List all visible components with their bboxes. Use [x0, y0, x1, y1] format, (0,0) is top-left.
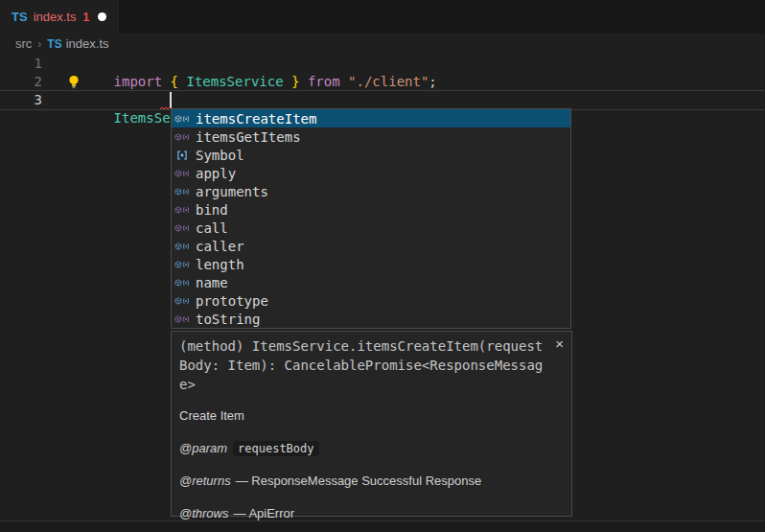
suggestion-label: arguments	[196, 184, 268, 199]
suggestion-label: itemsCreateItem	[196, 111, 316, 127]
doc-returns-line: @returns— ResponseMessage Successful Res…	[179, 474, 564, 488]
symbol-method-icon	[174, 202, 190, 218]
symbol-method-icon	[174, 312, 190, 327]
typescript-file-icon: TS	[12, 10, 28, 24]
throws-text: — ApiError	[234, 506, 295, 520]
code-line-3: 3 ItemsService.	[0, 91, 765, 109]
line-number-active: 3	[0, 91, 42, 109]
line-number: 2	[0, 73, 42, 91]
tab-bar: TS index.ts 1	[0, 0, 765, 34]
param-name-chip: requestBody	[233, 441, 318, 456]
suggestion-item[interactable]: apply	[172, 164, 570, 182]
suggestion-item[interactable]: prototype	[172, 291, 570, 310]
bottom-strip[interactable]	[0, 521, 765, 532]
breadcrumb-file[interactable]: index.ts	[66, 36, 109, 51]
suggestion-label: Symbol	[196, 148, 244, 163]
lightbulb-icon[interactable]	[67, 75, 81, 89]
doc-throws-line: @throws— ApiError	[179, 506, 564, 520]
suggestion-item[interactable]: arguments	[172, 182, 570, 200]
suggestion-item[interactable]: caller	[172, 237, 570, 255]
breadcrumb: src › TS index.ts	[0, 34, 765, 54]
suggestion-label: call	[196, 220, 228, 236]
symbol-method-icon	[174, 111, 190, 127]
suggestion-docs-panel: × (method) ItemsService.itemsCreateItem(…	[171, 331, 572, 517]
symbol-field-icon	[174, 239, 190, 254]
symbol-field-icon	[174, 257, 190, 272]
suggestion-label: itemsGetItems	[196, 129, 301, 145]
suggestion-label: length	[196, 257, 244, 272]
chevron-right-icon: ›	[37, 37, 41, 51]
returns-text: — ResponseMessage Successful Response	[236, 474, 482, 488]
method-signature: (method) ItemsService.itemsCreateItem(re…	[179, 336, 545, 394]
returns-tag: @returns	[179, 474, 231, 488]
symbol-method-icon	[174, 220, 190, 236]
suggestion-widget: itemsCreateItem itemsGetItems	[171, 108, 571, 329]
typescript-file-icon: TS	[47, 37, 61, 51]
unsaved-changes-dot-icon[interactable]	[98, 12, 106, 21]
symbol-method-icon	[174, 129, 190, 145]
symbol-field-icon	[174, 275, 190, 290]
suggestion-item[interactable]: toString	[172, 310, 570, 328]
param-tag: @param	[179, 441, 227, 455]
suggestion-label: bind	[196, 202, 228, 218]
line-number: 1	[0, 55, 42, 73]
suggestion-label: name	[196, 275, 228, 290]
symbol-variable-icon	[174, 148, 190, 163]
breadcrumb-folder[interactable]: src	[15, 36, 32, 51]
symbol-method-icon	[174, 166, 190, 181]
suggestion-label: caller	[196, 239, 244, 254]
suggestion-label: toString	[196, 312, 260, 327]
symbol-field-icon	[174, 184, 190, 199]
suggestion-label: prototype	[196, 293, 268, 309]
code-line-1: 1 import { ItemsService } from "./client…	[0, 55, 765, 73]
close-icon[interactable]: ×	[555, 336, 564, 351]
vscode-editor-window: { "tab": { "file_icon": "TS", "title": "…	[0, 0, 765, 532]
doc-param-line: @paramrequestBody	[179, 441, 564, 455]
tab-index-ts[interactable]: TS index.ts 1	[0, 0, 119, 34]
throws-tag: @throws	[179, 506, 229, 520]
tab-error-count-badge: 1	[82, 11, 89, 24]
code-line-2: 2	[0, 73, 765, 91]
doc-summary: Create Item	[179, 408, 564, 423]
suggestion-item[interactable]: name	[172, 273, 570, 291]
tab-title: index.ts	[34, 10, 77, 24]
suggestion-label: apply	[196, 166, 236, 181]
suggestion-item[interactable]: itemsGetItems	[172, 127, 570, 146]
suggestion-item[interactable]: Symbol	[172, 146, 570, 164]
symbol-field-icon	[174, 293, 190, 309]
suggestion-item[interactable]: bind	[172, 200, 570, 219]
suggestion-item[interactable]: itemsCreateItem	[172, 109, 570, 127]
suggestion-item[interactable]: length	[172, 255, 570, 273]
suggestion-item[interactable]: call	[172, 219, 570, 237]
